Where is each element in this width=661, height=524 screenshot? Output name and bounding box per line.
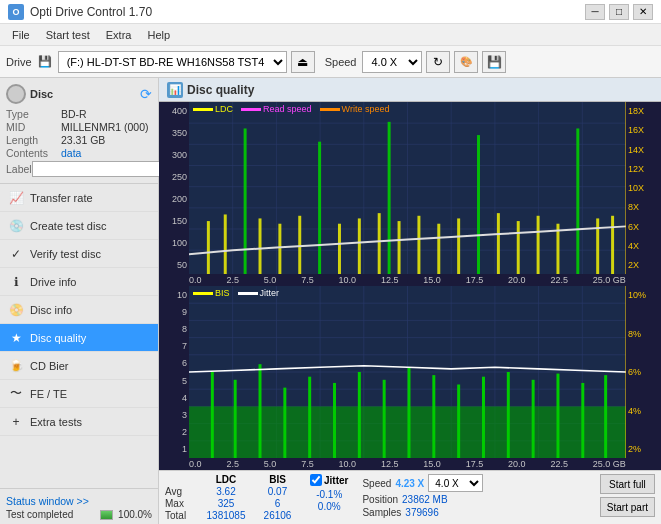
svg-rect-25	[358, 218, 361, 274]
bottom-chart-legend: BIS Jitter	[193, 288, 279, 298]
disc-contents-val: data	[61, 147, 152, 159]
disc-label-key: Label	[6, 163, 32, 175]
disc-type-val: BD-R	[61, 108, 152, 120]
speed-row: Speed 4.23 X 4.0 X	[362, 474, 483, 492]
legend-read-speed-label: Read speed	[263, 104, 312, 114]
status-window-button[interactable]: Status window >>	[6, 495, 89, 507]
disc-info-icon: 📀	[8, 302, 24, 318]
svg-rect-65	[308, 377, 311, 458]
legend-bis: BIS	[193, 288, 230, 298]
stats-table: LDC BIS Avg 3.62 0.07 Max 325 6	[165, 474, 300, 521]
svg-rect-62	[234, 380, 237, 458]
title-bar: O Opti Drive Control 1.70 ─ □ ✕	[0, 0, 661, 24]
nav-create-test-disc-label: Create test disc	[30, 220, 106, 232]
nav-fe-te[interactable]: 〜 FE / TE	[0, 380, 158, 408]
top-chart-y-left: 400 350 300 250 200 150 100 50	[159, 102, 189, 274]
svg-rect-39	[611, 216, 614, 274]
speed-dropdown[interactable]: 4.0 X	[428, 474, 483, 492]
nav-cd-bier[interactable]: 🍺 CD Bier	[0, 352, 158, 380]
main-content: Disc ⟳ Type BD-R MID MILLENMR1 (000) Len…	[0, 78, 661, 524]
nav-extra-tests-label: Extra tests	[30, 416, 82, 428]
stats-content: LDC BIS Avg 3.62 0.07 Max 325 6	[165, 474, 655, 521]
action-buttons: Start full Start part	[600, 474, 655, 517]
stats-total-label: Total	[165, 510, 197, 521]
nav-create-test-disc[interactable]: 💿 Create test disc	[0, 212, 158, 240]
svg-rect-18	[224, 214, 227, 274]
bottom-chart-inner: BIS Jitter	[189, 286, 626, 458]
menu-help[interactable]: Help	[139, 27, 178, 43]
fe-te-icon: 〜	[8, 386, 24, 402]
close-button[interactable]: ✕	[633, 4, 653, 20]
save-button[interactable]: 💾	[482, 51, 506, 73]
jitter-checkbox[interactable]	[310, 474, 322, 486]
top-chart: 400 350 300 250 200 150 100 50 LDC	[159, 102, 661, 274]
svg-rect-23	[318, 142, 321, 274]
menu-extra[interactable]: Extra	[98, 27, 140, 43]
drive-icon: 💾	[38, 55, 52, 68]
window-controls: ─ □ ✕	[585, 4, 653, 20]
nav-verify-test-disc[interactable]: ✓ Verify test disc	[0, 240, 158, 268]
svg-rect-69	[408, 367, 411, 458]
color-button[interactable]: 🎨	[454, 51, 478, 73]
svg-rect-38	[596, 218, 599, 274]
toolbar: Drive 💾 (F:) HL-DT-ST BD-RE WH16NS58 TST…	[0, 46, 661, 78]
disc-refresh-icon[interactable]: ⟳	[140, 86, 152, 102]
disc-mid-label: MID	[6, 121, 61, 133]
nav-transfer-rate-label: Transfer rate	[30, 192, 93, 204]
disc-section: Disc ⟳ Type BD-R MID MILLENMR1 (000) Len…	[0, 78, 158, 184]
menu-file[interactable]: File	[4, 27, 38, 43]
stats-max-ldc: 325	[201, 498, 251, 509]
position-label: Position	[362, 494, 398, 505]
disc-header: Disc ⟳	[6, 84, 152, 104]
svg-rect-24	[338, 224, 341, 274]
progress-bar-fill	[101, 511, 112, 519]
legend-bis-label: BIS	[215, 288, 230, 298]
jitter-checkbox-row: Jitter	[310, 474, 348, 486]
top-chart-y-right: 18X 16X 14X 12X 10X 8X 6X 4X 2X	[626, 102, 661, 274]
svg-rect-17	[207, 221, 210, 274]
bottom-chart-x-axis: 0.0 2.5 5.0 7.5 10.0 12.5 15.0 17.5 20.0…	[159, 458, 661, 470]
nav-disc-info[interactable]: 📀 Disc info	[0, 296, 158, 324]
svg-rect-68	[383, 380, 386, 458]
start-part-button[interactable]: Start part	[600, 497, 655, 517]
stats-max-row: Max 325 6	[165, 498, 300, 509]
chart-title: Disc quality	[187, 83, 254, 97]
svg-rect-64	[283, 388, 286, 458]
svg-rect-26	[378, 213, 381, 274]
speed-section: Speed 4.23 X 4.0 X Position 23862 MB Sam…	[362, 474, 483, 518]
legend-write-speed: Write speed	[320, 104, 390, 114]
speed-value: 4.23 X	[395, 478, 424, 489]
svg-rect-66	[333, 383, 336, 458]
disc-label-input[interactable]	[32, 161, 165, 177]
minimize-button[interactable]: ─	[585, 4, 605, 20]
refresh-button[interactable]: ↻	[426, 51, 450, 73]
drive-select[interactable]: (F:) HL-DT-ST BD-RE WH16NS58 TST4	[58, 51, 287, 73]
bottom-chart-y-left: 10 9 8 7 6 5 4 3 2 1	[159, 286, 189, 458]
stats-avg-bis: 0.07	[255, 486, 300, 497]
svg-rect-76	[581, 383, 584, 458]
stats-avg-ldc: 3.62	[201, 486, 251, 497]
eject-button[interactable]: ⏏	[291, 51, 315, 73]
nav-disc-quality[interactable]: ★ Disc quality	[0, 324, 158, 352]
samples-label: Samples	[362, 507, 401, 518]
svg-rect-34	[517, 221, 520, 274]
disc-type-label: Type	[6, 108, 61, 120]
nav-transfer-rate[interactable]: 📈 Transfer rate	[0, 184, 158, 212]
start-full-button[interactable]: Start full	[600, 474, 655, 494]
menu-starttest[interactable]: Start test	[38, 27, 98, 43]
svg-rect-29	[417, 216, 420, 274]
speed-select[interactable]: 4.0 X	[362, 51, 422, 73]
position-row: Position 23862 MB	[362, 494, 483, 505]
nav-drive-info[interactable]: ℹ Drive info	[0, 268, 158, 296]
top-chart-inner: LDC Read speed Write speed	[189, 102, 626, 274]
jitter-max: 0.0%	[310, 501, 348, 512]
svg-rect-31	[457, 218, 460, 274]
svg-rect-33	[497, 213, 500, 274]
disc-contents-label: Contents	[6, 147, 61, 159]
legend-jitter: Jitter	[238, 288, 280, 298]
maximize-button[interactable]: □	[609, 4, 629, 20]
stats-avg-row: Avg 3.62 0.07	[165, 486, 300, 497]
chart-icon: 📊	[167, 82, 183, 98]
nav-extra-tests[interactable]: + Extra tests	[0, 408, 158, 436]
drive-label: Drive	[6, 56, 32, 68]
